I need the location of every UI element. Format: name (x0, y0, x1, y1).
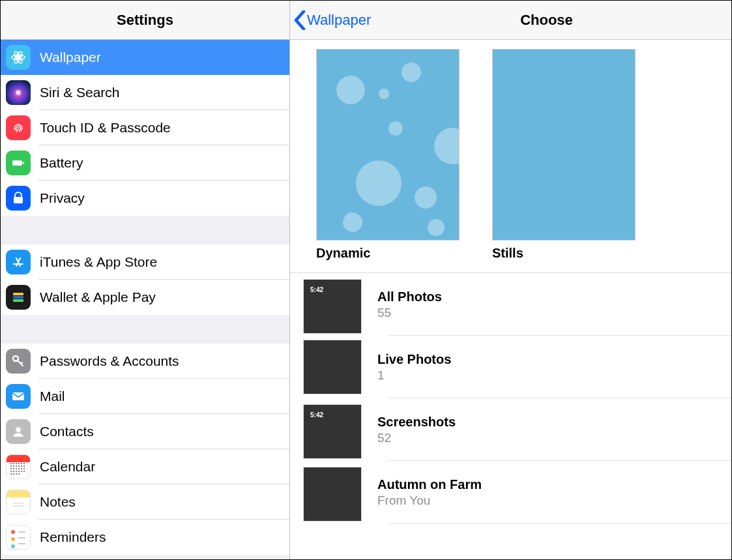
sidebar-item-contacts[interactable]: Contacts (1, 414, 289, 449)
album-autumn[interactable]: Autumn on FarmFrom You (303, 461, 731, 523)
sidebar-item-label: Mail (40, 389, 65, 404)
wallpaper-categories: DynamicStills (290, 49, 731, 273)
sidebar-item-label: iTunes & App Store (40, 254, 157, 270)
sidebar-item-wallpaper[interactable]: Wallpaper (1, 40, 289, 75)
detail-title: Choose (520, 12, 573, 29)
battery-icon (6, 151, 31, 175)
sidebar-item-label: Contacts (40, 424, 94, 439)
appstore-icon (6, 250, 31, 274)
sidebar-item-label: Siri & Search (40, 85, 120, 100)
album-count: From You (377, 494, 482, 508)
sidebar-item-battery[interactable]: Battery (1, 145, 289, 181)
touchid-icon (6, 115, 31, 140)
sidebar-item-wallet[interactable]: Wallet & Apple Pay (1, 280, 289, 315)
sidebar-item-appstore[interactable]: iTunes & App Store (1, 244, 289, 280)
sidebar-item-siri[interactable]: Siri & Search (1, 75, 289, 110)
album-name: Screenshots (377, 415, 456, 430)
back-button[interactable]: Wallpaper (294, 1, 371, 39)
wallet-icon (6, 285, 31, 310)
notes-icon (6, 490, 31, 514)
album-live[interactable]: Live Photos1 (303, 336, 731, 398)
album-screenshots[interactable]: 5:42Screenshots52 (303, 398, 731, 461)
sidebar-item-label: Touch ID & Passcode (40, 120, 171, 136)
sidebar-item-label: Wallpaper (40, 50, 101, 65)
album-thumb: 5:42 (303, 404, 362, 459)
svg-rect-10 (13, 293, 23, 295)
privacy-icon (6, 186, 31, 211)
wallpaper-category-label: Dynamic (316, 246, 460, 261)
sidebar-item-label: Notes (40, 494, 76, 510)
mail-icon (6, 384, 31, 409)
sidebar-item-label: Passwords & Accounts (40, 353, 179, 369)
svg-point-0 (16, 55, 20, 59)
wallpaper-thumb-image (492, 49, 636, 241)
album-thumb: 5:42 (303, 279, 362, 334)
detail-header: Wallpaper Choose (290, 1, 731, 40)
svg-rect-9 (14, 197, 23, 203)
svg-point-15 (16, 427, 21, 432)
settings-sidebar: Settings WallpaperSiri & SearchTouch ID … (1, 1, 290, 559)
photo-albums: 5:42All Photos55Live Photos15:42Screensh… (290, 273, 731, 523)
sidebar-header: Settings (1, 1, 289, 40)
detail-body: DynamicStills 5:42All Photos55Live Photo… (290, 40, 731, 559)
album-count: 55 (377, 306, 442, 320)
sidebar-item-label: Privacy (40, 190, 85, 206)
album-count: 1 (377, 368, 451, 383)
svg-point-6 (16, 91, 21, 95)
album-name: All Photos (377, 289, 442, 304)
sidebar-item-label: Reminders (40, 529, 106, 545)
album-count: 52 (377, 431, 456, 445)
wallpaper-icon (6, 45, 31, 70)
album-thumb (303, 467, 362, 522)
album-all[interactable]: 5:42All Photos55 (303, 273, 731, 336)
wallpaper-category-stills[interactable]: Stills (492, 49, 636, 261)
detail-pane: gP Wallpaper Choose DynamicStills 5:42Al… (290, 1, 731, 559)
album-thumb (303, 340, 362, 394)
svg-rect-11 (13, 296, 23, 299)
sidebar-item-label: Battery (40, 155, 83, 171)
album-name: Live Photos (377, 352, 451, 367)
sidebar-item-label: Calendar (40, 459, 95, 475)
sidebar-item-reminders[interactable]: Reminders (1, 520, 289, 555)
settings-app: Settings WallpaperSiri & SearchTouch ID … (0, 0, 732, 560)
contacts-icon (6, 419, 31, 444)
chevron-left-icon (294, 10, 306, 30)
sidebar-title: Settings (117, 12, 173, 29)
sidebar-item-touchid[interactable]: Touch ID & Passcode (1, 110, 289, 145)
sidebar-item-notes[interactable]: Notes (1, 484, 289, 520)
sidebar-item-mail[interactable]: Mail (1, 379, 289, 414)
sidebar-item-privacy[interactable]: Privacy (1, 181, 289, 216)
svg-rect-7 (12, 160, 22, 166)
keys-icon (6, 349, 31, 374)
back-label: Wallpaper (307, 12, 371, 29)
svg-rect-8 (23, 162, 24, 164)
sidebar-item-label: Wallet & Apple Pay (40, 289, 156, 305)
album-name: Autumn on Farm (377, 477, 482, 492)
siri-icon (6, 80, 31, 105)
svg-rect-12 (13, 299, 23, 302)
wallpaper-category-dynamic[interactable]: Dynamic (316, 49, 460, 261)
sidebar-item-passwords[interactable]: Passwords & Accounts (1, 344, 289, 379)
calendar-icon (6, 454, 31, 479)
wallpaper-thumb-image (316, 49, 460, 241)
svg-rect-14 (12, 392, 24, 400)
reminders-icon (6, 525, 31, 550)
wallpaper-category-label: Stills (492, 246, 636, 261)
sidebar-item-calendar[interactable]: Calendar (1, 449, 289, 484)
